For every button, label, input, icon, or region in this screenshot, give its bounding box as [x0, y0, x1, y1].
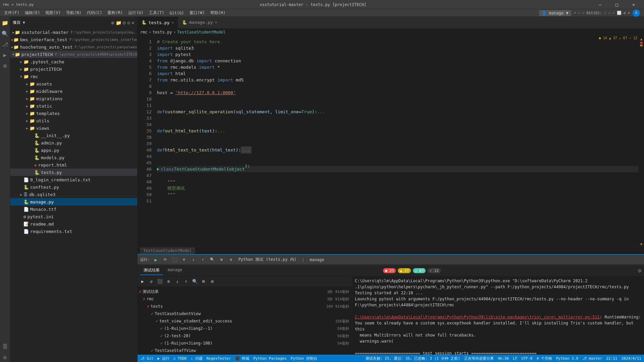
tab-close-tests[interactable]: × — [172, 20, 174, 25]
status-cursor[interactable]: 46:36 — [498, 356, 509, 361]
tree-item-rmc[interactable]: ▼ 📁 rmc — [10, 73, 137, 80]
tab-test-results[interactable]: 测试结果 — [140, 266, 163, 275]
tree-item-static[interactable]: ▶ 📁 static — [10, 102, 137, 110]
menu-code[interactable]: 代码(C) — [84, 9, 105, 16]
test-param-2[interactable]: ✓ (2-test-20) 56毫秒 — [138, 332, 352, 340]
tree-item-report-html[interactable]: ▶ ◈ report.html — [10, 161, 137, 169]
run-play-btn[interactable]: ▶ — [153, 256, 159, 263]
tree-item-monaco-ttf[interactable]: ▶ 📄 Monaco.ttf — [10, 205, 137, 213]
status-language[interactable]: Python 3.9 — [556, 356, 578, 361]
database-icon[interactable]: 🗄 — [0, 342, 10, 351]
tree-item-requirements-txt[interactable]: ▶ 📄 requirements.txt — [10, 228, 137, 235]
tree-item-templates[interactable]: ▶ 📁 templates — [10, 110, 137, 117]
tree-item-db-sqlite3[interactable]: ▶ 🗄 db.sqlite3 — [10, 191, 137, 198]
tree-item-0-login[interactable]: ▶ 📄 0_login_credentials.txt — [10, 176, 137, 183]
tree-item-middleware[interactable]: ▶ 📁 middleware — [10, 87, 137, 95]
status-git[interactable]: ⎇ Git — [140, 356, 154, 361]
tree-item-admin-py[interactable]: ▶ 🐍 admin.py — [10, 139, 137, 146]
status-indent[interactable]: 4 个空格 — [536, 356, 552, 361]
test-export[interactable]: ⊞ — [200, 278, 207, 285]
test-rerun-btn[interactable]: ↺ — [148, 278, 155, 285]
run-bar-icon7[interactable]: 🔍 — [209, 256, 216, 263]
extensions-icon[interactable]: ⊞ — [0, 61, 10, 70]
test-item-studentview[interactable]: ✓ TestCaseStudentView — [138, 310, 352, 317]
status-problems[interactable]: ⚠ 问题 — [191, 356, 203, 361]
tab-manage[interactable]: manage — [164, 266, 185, 275]
menu-file[interactable]: 文件(F) — [1, 9, 22, 16]
tree-item-conftest[interactable]: ▶ 🐍 conftest.py — [10, 183, 137, 191]
tree-item-init-py[interactable]: ▶ 🐍 __init__.py — [10, 132, 137, 139]
tab-tests-py[interactable]: 🐍 tests.py × — [138, 17, 178, 28]
run-debug-icon[interactable]: ▶ — [0, 50, 10, 60]
run-bar-icon4[interactable]: ≡ — [181, 256, 187, 263]
tree-item-tests-py[interactable]: ▶ 🐍 tests.py — [10, 169, 137, 176]
status-branch[interactable]: ⎇ master — [582, 356, 602, 361]
run-bar-icon9[interactable]: ⚙ — [228, 256, 234, 263]
tree-item-huochetong[interactable]: ▶ 📁 huochetong_auto_test F:\python_proje… — [10, 43, 137, 51]
test-root[interactable]: ✗ 测试结果 1秒 914毫秒 — [138, 288, 352, 295]
test-settings[interactable]: ⚙ — [209, 278, 216, 285]
status-regex[interactable]: RegexTester — [207, 356, 231, 361]
menu-refactor[interactable]: 重构(R) — [105, 9, 125, 16]
explorer-icon[interactable]: 📁 — [0, 18, 10, 27]
menu-git[interactable]: Git(G) — [167, 10, 187, 16]
status-terminal[interactable]: ⬛ 终端 — [235, 356, 250, 361]
panel-gear[interactable]: ⚙ — [638, 267, 641, 274]
test-group-rmc[interactable]: ✗ rmc 1秒 914毫秒 — [138, 295, 352, 303]
test-filter1[interactable]: ≡ — [165, 278, 172, 285]
run-bar-icon5[interactable]: ↓ — [190, 256, 197, 263]
close-button[interactable]: × — [626, 0, 641, 9]
maximize-button[interactable]: □ — [609, 0, 625, 9]
new-file-icon[interactable]: ⊕ — [111, 20, 114, 25]
test-run-btn[interactable]: ▶ — [139, 278, 146, 285]
menu-edit[interactable]: 编辑(E) — [22, 9, 43, 16]
tree-item-projectITECH[interactable]: ▼ 📁 projectITECH F:\python_projects\4498… — [10, 51, 137, 58]
gear-settings-icon[interactable]: ⚙ — [127, 20, 130, 25]
test-param-1[interactable]: ✓ (1-Ruijun+Jiang2--1) 50毫秒 — [138, 325, 352, 332]
run-bar-icon8[interactable]: ⊞ — [218, 256, 225, 263]
menu-run[interactable]: 运行(U) — [125, 9, 146, 16]
status-python-packages[interactable]: Python Packages — [253, 356, 286, 361]
menu-tools[interactable]: 工具(T) — [146, 9, 167, 16]
git-icon[interactable]: ⎇ — [0, 40, 10, 49]
close-panel-icon[interactable]: × — [131, 20, 135, 25]
status-run[interactable]: ▶ 运行 — [158, 356, 169, 361]
tree-item-models-py[interactable]: ▶ 🐍 models.py — [10, 154, 137, 161]
test-group-tests[interactable]: ✗ tests 189 914毫秒 — [138, 303, 352, 310]
tree-item-apps-py[interactable]: ▶ 🐍 apps.py — [10, 146, 137, 154]
collapse-icon[interactable]: ⊟ — [123, 20, 126, 25]
menu-view[interactable]: 视图(V) — [43, 9, 63, 16]
test-filter3[interactable]: ↑ — [182, 278, 190, 285]
tree-item-readme-md[interactable]: ▶ 📝 readme.md — [10, 220, 137, 228]
test-item-staffview1[interactable]: ✓ TestCaseStaffView — [138, 347, 352, 354]
tree-item-migrations[interactable]: ▶ 📁 migrations — [10, 95, 137, 102]
menu-window[interactable]: 窗口(W) — [187, 9, 208, 16]
run-bar-icon6[interactable]: ↑ — [200, 256, 206, 263]
status-encoding[interactable]: UTF-8 — [521, 356, 532, 361]
menu-navigate[interactable]: 导航(N) — [63, 9, 84, 16]
settings-icon[interactable]: ⚙ — [0, 353, 10, 362]
run-step-btn[interactable]: ⟳ — [162, 256, 169, 263]
tree-item-utils[interactable]: ▶ 📁 utils — [10, 117, 137, 124]
tree-item-manage-py[interactable]: ▶ 🐍 manage.py — [10, 198, 137, 205]
test-filter2[interactable]: ↓ — [174, 278, 181, 285]
status-python-console[interactable]: Python 控制台 — [291, 356, 317, 361]
search-icon[interactable]: 🔍 — [0, 29, 10, 38]
tab-close-manage[interactable]: × — [215, 20, 217, 24]
test-param-3[interactable]: ✓ (1-Ruijun+Jiang-100) 54毫秒 — [138, 340, 352, 347]
run-stop-btn[interactable]: ⬛ — [171, 256, 178, 263]
minimize-button[interactable]: − — [592, 0, 608, 9]
status-todo[interactable]: ☑ TODO — [173, 356, 187, 361]
tree-item-bms[interactable]: ▶ 📁 bms_interface_test F:\python_project… — [10, 36, 137, 43]
test-search[interactable]: 🔍 — [191, 278, 199, 285]
tab-manage-py[interactable]: 🐍 manage.py × — [178, 17, 221, 28]
new-folder-icon[interactable]: 📁 — [116, 20, 122, 25]
tree-item-projectITECH2[interactable]: ▶ 📁 projectITECH — [10, 65, 137, 73]
tree-item-xsstutorial[interactable]: ▶ 📁 xsstutorial-master F:\python_project… — [10, 28, 137, 36]
tree-item-pytest-ini[interactable]: ▶ ⚙ pytest.ini — [10, 213, 137, 220]
tree-item-pytest-cache[interactable]: ▶ 📁 .pytest_cache — [10, 58, 137, 65]
tree-item-assets[interactable]: ▶ 📁 assets — [10, 80, 137, 87]
test-stop-btn[interactable]: ⬛ — [156, 278, 164, 285]
code-editor[interactable]: # Create your tests here. import sqlite3… — [154, 36, 639, 247]
tree-item-views[interactable]: ▶ 📁 views — [10, 124, 137, 132]
